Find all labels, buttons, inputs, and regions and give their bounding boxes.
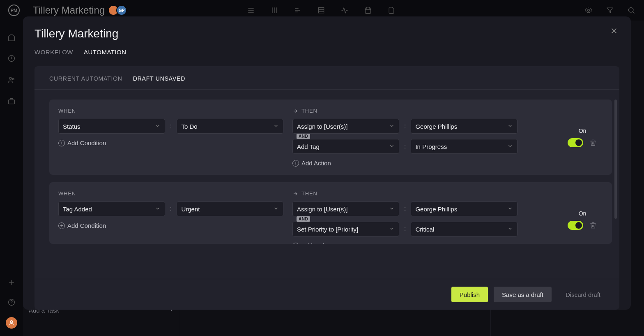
scrollbar[interactable] (614, 100, 617, 219)
action-select[interactable]: Set Priority to [Priority] (292, 222, 399, 236)
chevron-down-icon (273, 206, 279, 213)
colon: : (169, 123, 172, 130)
table-view-icon[interactable] (317, 6, 326, 15)
file-icon[interactable] (387, 6, 396, 15)
then-label: THEN (292, 190, 558, 197)
rule-toggle[interactable] (568, 138, 583, 147)
publish-button[interactable]: Publish (451, 287, 488, 302)
chevron-down-icon (389, 206, 395, 213)
plus-circle-icon: + (58, 222, 65, 229)
action-select[interactable]: Add Tag (292, 139, 399, 154)
close-button[interactable] (610, 26, 619, 36)
team-icon[interactable] (7, 75, 16, 85)
automation-rule: WHEN Status : To Do (49, 100, 612, 175)
action-value-select[interactable]: In Progress (411, 139, 518, 154)
action-select[interactable]: Assign to [User(s)] (292, 119, 399, 134)
rule-toggle-section: On (562, 190, 603, 244)
briefcase-icon[interactable] (7, 96, 16, 106)
chevron-down-icon (507, 226, 513, 233)
board-view-icon[interactable] (270, 6, 279, 15)
add-condition-link[interactable]: + Add Condition (58, 139, 288, 146)
delete-rule-button[interactable] (589, 139, 597, 147)
colon: : (403, 123, 407, 130)
then-section: THEN Assign to [User(s)] : George Phi (292, 108, 558, 167)
modal-tabs: WORKFLOW AUTOMATION (23, 40, 631, 58)
eye-icon[interactable] (584, 6, 593, 15)
action-value-select[interactable]: George Phillips (411, 119, 518, 134)
action-value: Assign to [User(s)] (297, 206, 347, 213)
calendar-icon[interactable] (363, 6, 373, 15)
app-logo[interactable]: PM (8, 5, 20, 16)
add-icon[interactable] (7, 278, 16, 287)
fade-overlay (49, 258, 612, 279)
tab-workflow[interactable]: WORKFLOW (34, 49, 73, 58)
colon: : (403, 143, 407, 150)
delete-rule-button[interactable] (589, 221, 597, 229)
sub-tab-current[interactable]: CURRENT AUTOMATION (49, 75, 122, 82)
action-value: Assign to [User(s)] (297, 123, 347, 130)
svg-point-6 (12, 78, 14, 80)
and-badge: AND (297, 216, 310, 222)
automation-modal: Tillery Marketing WORKFLOW AUTOMATION CU… (23, 16, 631, 310)
trigger-value-select[interactable]: Urgent (177, 202, 283, 216)
activity-icon[interactable] (340, 6, 349, 15)
add-condition-label: Add Condition (67, 222, 106, 229)
trigger-select[interactable]: Status (58, 119, 165, 134)
avatar-group[interactable]: GP (110, 5, 127, 16)
svg-rect-0 (318, 7, 324, 13)
filter-icon[interactable] (605, 6, 614, 15)
help-icon[interactable] (7, 297, 16, 307)
list-view-icon[interactable] (246, 6, 255, 15)
automation-panel: CURRENT AUTOMATION DRAFT UNSAVED WHEN St… (34, 66, 619, 310)
user-avatar[interactable] (6, 317, 17, 329)
trigger-value-text: Urgent (181, 206, 200, 213)
svg-rect-1 (365, 8, 370, 13)
arrow-right-icon (292, 108, 298, 114)
action-value-select[interactable]: George Phillips (411, 202, 518, 216)
sub-tab-draft[interactable]: DRAFT UNSAVED (133, 75, 185, 82)
then-section: THEN Assign to [User(s)] : George Phi (292, 190, 558, 244)
chevron-down-icon (273, 123, 279, 130)
trigger-value-select[interactable]: To Do (177, 119, 283, 134)
chevron-down-icon (507, 143, 513, 150)
action-value-text: George Phillips (415, 206, 457, 213)
discard-draft-button[interactable]: Discard draft (557, 287, 609, 302)
chevron-down-icon (389, 123, 395, 130)
add-action-link[interactable]: + Add Action (292, 242, 558, 244)
add-action-label: Add Action (301, 242, 331, 244)
add-condition-label: Add Condition (67, 139, 106, 146)
automation-sub-tabs: CURRENT AUTOMATION DRAFT UNSAVED (34, 66, 619, 90)
home-icon[interactable] (7, 32, 16, 42)
colon: : (403, 225, 407, 233)
action-value-text: George Phillips (415, 123, 457, 130)
colon: : (169, 205, 172, 213)
avatar[interactable]: GP (116, 5, 127, 16)
trigger-value: Status (63, 123, 80, 130)
rule-toggle[interactable] (568, 221, 583, 230)
tab-automation[interactable]: AUTOMATION (84, 49, 126, 58)
gantt-view-icon[interactable] (293, 6, 302, 15)
plus-circle-icon: + (292, 243, 299, 244)
trigger-select[interactable]: Tag Added (58, 202, 165, 216)
add-action-label: Add Action (301, 160, 331, 167)
when-label: WHEN (58, 190, 288, 197)
action-select[interactable]: Assign to [User(s)] (292, 202, 399, 216)
chevron-down-icon (507, 123, 513, 130)
arrow-right-icon (292, 191, 298, 197)
svg-point-9 (10, 321, 12, 323)
recent-icon[interactable] (7, 53, 16, 63)
action-value-text: Critical (415, 226, 434, 233)
chevron-down-icon (389, 226, 395, 233)
toggle-label: On (579, 127, 586, 134)
when-section: WHEN Status : To Do (58, 108, 288, 167)
save-draft-button[interactable]: Save as a draft (494, 287, 552, 302)
add-action-link[interactable]: + Add Action (292, 160, 558, 167)
chevron-down-icon (155, 123, 161, 130)
add-condition-link[interactable]: + Add Condition (58, 222, 288, 229)
svg-point-5 (9, 77, 12, 79)
svg-point-3 (628, 7, 633, 12)
action-value-select[interactable]: Critical (411, 222, 518, 236)
rules-list: WHEN Status : To Do (34, 90, 619, 279)
search-icon[interactable] (627, 6, 636, 15)
chevron-down-icon (507, 206, 513, 213)
